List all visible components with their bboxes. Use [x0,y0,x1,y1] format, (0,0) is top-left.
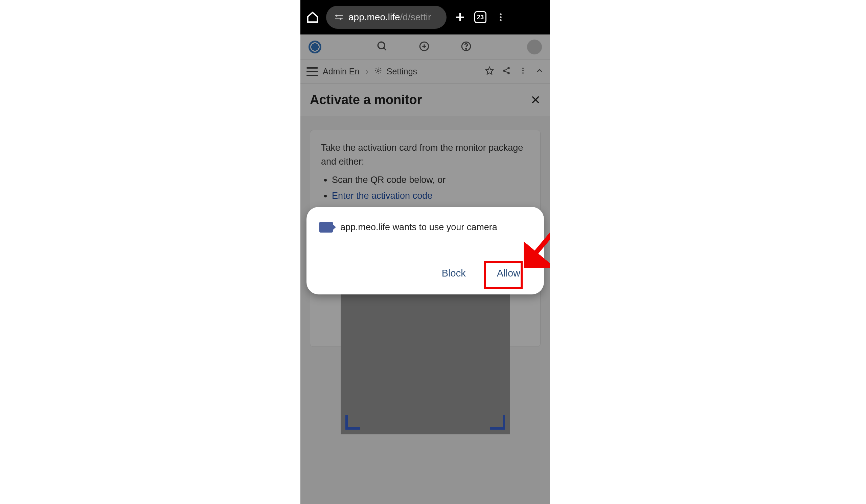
svg-line-27 [531,207,550,259]
home-icon[interactable] [306,11,319,24]
block-button[interactable]: Block [435,263,473,284]
svg-point-8 [500,19,502,21]
annotation-arrow-icon [524,204,550,268]
webpage-content: Admin En › Settings [300,34,550,504]
svg-rect-3 [335,19,343,19]
browser-toolbar: app.meo.life/d/settir 23 [300,0,550,34]
tab-count: 23 [477,14,484,21]
camera-icon [319,222,333,232]
svg-rect-1 [335,15,343,16]
tabs-button[interactable]: 23 [474,11,487,24]
svg-point-6 [500,13,502,15]
svg-point-7 [500,16,502,18]
url-text: app.meo.life/d/settir [348,12,431,23]
annotation-highlight-box [484,261,523,289]
site-settings-icon[interactable] [334,12,344,22]
browser-menu-icon[interactable] [494,11,508,24]
permission-message: app.meo.life wants to use your camera [340,222,497,232]
new-tab-icon[interactable] [453,11,467,24]
url-bar[interactable]: app.meo.life/d/settir [326,6,446,29]
phone-frame: app.meo.life/d/settir 23 [300,0,550,504]
